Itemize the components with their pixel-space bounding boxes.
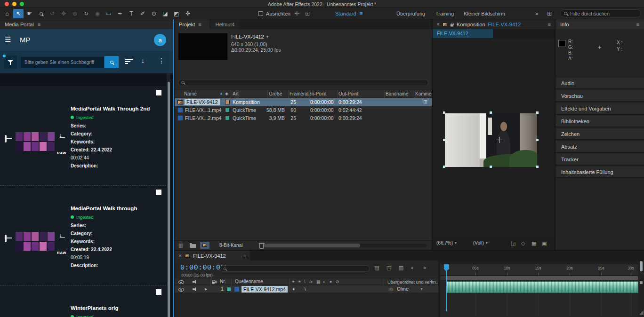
- trash-icon[interactable]: [259, 244, 264, 249]
- sort-ascending-icon[interactable]: ▲: [219, 91, 223, 95]
- layer-duration-bar[interactable]: [446, 281, 638, 293]
- layer-source-name[interactable]: FILE-VX-9412.mp4: [242, 286, 288, 293]
- frame-blend-icon[interactable]: ▥: [399, 265, 403, 271]
- home-tool[interactable]: ⌂: [2, 9, 12, 18]
- media-portal-panel-header[interactable]: Media Portal ≡: [0, 19, 173, 29]
- panel-tab-tracker[interactable]: Tracker: [555, 154, 644, 166]
- close-icon[interactable]: ×: [436, 21, 440, 28]
- tab-timeline-comp[interactable]: × FILE-VX-9412 ≡: [175, 251, 250, 261]
- panel-menu-icon[interactable]: ≡: [38, 22, 40, 27]
- column-type[interactable]: Art: [233, 91, 239, 96]
- eraser-tool[interactable]: ◪: [160, 9, 170, 18]
- layer-row[interactable]: ▶ 1 FILE-VX-9412.mp4 ✦ \ ◎ Ohne ▾: [175, 285, 438, 293]
- column-size[interactable]: Größe: [269, 91, 282, 96]
- tab-composition[interactable]: FILE-VX-9412: [433, 29, 493, 38]
- download-asset-icon[interactable]: ↓: [59, 132, 62, 138]
- time-ruler[interactable]: 0s 05s 10s 15s 20s 25s 30s: [440, 264, 638, 276]
- help-search-input[interactable]: [570, 11, 637, 16]
- label-color-swatch[interactable]: [225, 108, 230, 112]
- column-in-point[interactable]: In-Point: [310, 91, 326, 96]
- card-select-checkbox[interactable]: [156, 289, 161, 295]
- selection-handle[interactable]: [536, 111, 539, 114]
- lock-icon[interactable]: [451, 24, 453, 26]
- info-panel-header[interactable]: Info ≡: [555, 19, 644, 29]
- video-frame[interactable]: [445, 113, 537, 167]
- snapshot-icon[interactable]: ◲: [511, 240, 515, 246]
- composition-flowchart-icon[interactable]: ▤: [374, 265, 379, 271]
- tab-helmut4[interactable]: Helmut4: [210, 19, 240, 29]
- panel-tab-effekte[interactable]: Effekte und Vorgaben: [555, 103, 644, 115]
- row-name[interactable]: FILE-VX-9412: [185, 99, 220, 105]
- card-select-checkbox[interactable]: [156, 190, 161, 195]
- layer-label-swatch[interactable]: [226, 287, 231, 292]
- thumbnail-strip[interactable]: [16, 132, 56, 151]
- timeline-search-input[interactable]: [229, 266, 366, 271]
- media-card[interactable]: WinterPlanets orig Ingested: [0, 285, 166, 317]
- selection-tool[interactable]: ↖: [13, 9, 24, 18]
- selection-handle[interactable]: [536, 139, 539, 141]
- mask-shape-tool[interactable]: ▭: [104, 9, 114, 18]
- hscrollbar-thumb[interactable]: [264, 244, 360, 247]
- selection-handle[interactable]: [490, 166, 492, 168]
- work-area-bar[interactable]: [446, 276, 638, 280]
- project-row[interactable]: FILE-VX...1.mp4 QuickTime 58,8 MB 60 0:0…: [175, 106, 432, 114]
- column-parent-link[interactable]: Übergeordnet und verkn...: [387, 279, 439, 285]
- label-column-icon[interactable]: ◈: [225, 91, 228, 96]
- project-item-name-row[interactable]: FILE-VX-9412 ▾: [231, 34, 268, 40]
- layer-twirl-icon[interactable]: ▶: [205, 287, 207, 291]
- camera-tool[interactable]: ◉: [92, 9, 103, 18]
- brush-tool[interactable]: ✐: [137, 9, 148, 18]
- layer-audio-toggle[interactable]: [193, 287, 197, 292]
- workspace-menu-icon[interactable]: ≡: [360, 10, 362, 16]
- type-tool[interactable]: T: [126, 9, 137, 18]
- label-color-swatch[interactable]: [225, 100, 230, 104]
- workspace-tab-ueberpruefung[interactable]: Überprüfung: [396, 11, 425, 16]
- transparency-grid-icon[interactable]: ▦: [531, 240, 536, 246]
- chevron-down-icon[interactable]: ▾: [266, 34, 269, 39]
- row-name[interactable]: FILE-VX...2.mp4: [185, 115, 222, 121]
- card-select-checkbox[interactable]: [156, 90, 161, 95]
- panel-tab-vorschau[interactable]: Vorschau: [555, 90, 644, 102]
- hamburger-menu-icon[interactable]: ☰: [5, 35, 11, 44]
- pan-camera-tool[interactable]: ✥: [58, 9, 69, 18]
- orbit-camera-tool[interactable]: ↺: [47, 9, 57, 18]
- media-card[interactable]: MediaPortal Walk through Ingested Series…: [0, 186, 166, 285]
- composition-viewport[interactable]: [433, 38, 555, 238]
- workspace-overflow-icon[interactable]: »: [535, 10, 539, 17]
- pen-tool[interactable]: ✒: [115, 9, 125, 18]
- close-icon[interactable]: ×: [178, 253, 182, 259]
- roto-brush-tool[interactable]: ◩: [171, 9, 182, 18]
- snap-icon[interactable]: ⊞: [304, 10, 311, 17]
- workspace-tab-training[interactable]: Training: [435, 11, 454, 16]
- composition-panel-comp-name[interactable]: FILE-VX-9412: [488, 22, 521, 27]
- dolly-camera-tool[interactable]: ⊕: [70, 9, 80, 18]
- selection-handle[interactable]: [443, 111, 445, 114]
- selection-handle[interactable]: [536, 166, 539, 168]
- column-name[interactable]: Name: [184, 91, 197, 96]
- panel-menu-icon[interactable]: ≡: [243, 253, 246, 259]
- row-name[interactable]: FILE-VX...1.mp4: [185, 107, 222, 113]
- panel-tab-bibliotheken[interactable]: Bibliotheken: [555, 116, 644, 127]
- media-card[interactable]: MediaPortal Walk Through 2nd Ingested Se…: [0, 86, 166, 186]
- tab-projekt[interactable]: Projekt ≡: [175, 19, 209, 29]
- clone-stamp-tool[interactable]: ⊙: [149, 9, 159, 18]
- resize-grip-icon[interactable]: [639, 310, 644, 315]
- panel-menu-icon[interactable]: ≡: [198, 22, 201, 27]
- project-table-header[interactable]: Name ▲ ◈ Art Größe Framerate In-Point Ou…: [175, 90, 432, 97]
- project-search-input[interactable]: [187, 80, 425, 85]
- resolution-select[interactable]: (Voll) ▾: [473, 240, 488, 246]
- column-comment[interactable]: Komme: [415, 91, 431, 96]
- column-number[interactable]: Nr.: [220, 279, 226, 284]
- filter-button[interactable]: [4, 55, 17, 69]
- project-row[interactable]: FILE-VX...2.mp4 QuickTime 3,9 MB 25 0:00…: [175, 114, 432, 122]
- workspace-tab-kleiner-bildschirm[interactable]: Kleiner Bildschirm: [464, 11, 505, 16]
- panel-tab-inhaltsbasierte-fuellung[interactable]: Inhaltsbasierte Füllung: [555, 166, 644, 178]
- label-color-swatch[interactable]: [225, 116, 230, 120]
- bit-depth-button[interactable]: 8-Bit-Kanal: [219, 243, 242, 248]
- workspace-edit-icon[interactable]: ⊞: [547, 10, 552, 17]
- parent-pickwhip-icon[interactable]: ◎: [389, 287, 393, 292]
- graph-editor-icon[interactable]: ≈: [423, 265, 426, 270]
- selection-handle[interactable]: [443, 139, 445, 141]
- time-navigator[interactable]: [440, 261, 638, 264]
- rotation-tool[interactable]: ↻: [81, 9, 91, 18]
